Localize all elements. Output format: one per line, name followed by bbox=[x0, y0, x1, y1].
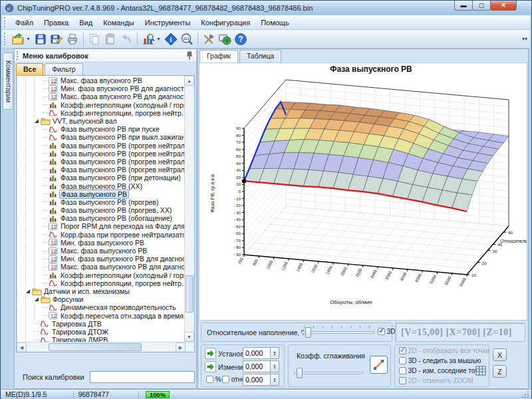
relative-value-spinner[interactable]: ▲▼ bbox=[243, 374, 279, 386]
tree-item[interactable]: Фаза выпускного РВ (при детонации) bbox=[17, 174, 184, 182]
tree-item[interactable]: Фаза выпускного РВ (прогрев) bbox=[17, 198, 184, 206]
menu-view[interactable]: Вид bbox=[74, 17, 98, 29]
menu-help[interactable]: Помощь bbox=[255, 17, 295, 29]
tab-graph[interactable]: График bbox=[200, 50, 238, 63]
tree-item[interactable]: 12Макс. фаза выпускного РВ bbox=[17, 247, 184, 255]
save-button[interactable] bbox=[33, 31, 49, 47]
tree-horizontal-scrollbar[interactable]: ◀ ▶ bbox=[17, 342, 195, 352]
open-button[interactable] bbox=[10, 31, 26, 47]
tree-item[interactable]: Тарировка ДТОЖ bbox=[17, 328, 184, 336]
tab-table[interactable]: Таблица bbox=[239, 50, 281, 63]
set-apply-button[interactable] bbox=[205, 348, 216, 359]
toolbar-overflow-icon[interactable]: ▾▾ bbox=[522, 36, 527, 42]
tree-item[interactable]: Фаза выпускного РВ bbox=[17, 190, 184, 198]
tree-item[interactable]: Фаза выпускного РВ (обогащение) bbox=[17, 214, 184, 222]
chart-find-button[interactable] bbox=[140, 31, 156, 47]
fill-slider[interactable] bbox=[301, 326, 374, 339]
menu-file[interactable]: Файл bbox=[10, 17, 39, 29]
tree-item[interactable]: Динамическая производительность bbox=[17, 303, 184, 311]
checkbox-2d-all-points[interactable]: 2D - отображать все точки bbox=[399, 347, 489, 354]
svg-text:20: 20 bbox=[482, 261, 487, 265]
tree-folder[interactable]: Датчики и исп. механизмы bbox=[17, 287, 184, 295]
pin-icon[interactable] bbox=[186, 51, 193, 60]
tree-item[interactable]: 12Макс. фаза выпускного РВ для диагности… bbox=[17, 263, 184, 271]
menu-edit[interactable]: Правка bbox=[39, 17, 74, 29]
paste-button[interactable] bbox=[102, 31, 118, 47]
tree-item[interactable]: 12Мин. фаза выпускного РВ для диагностик… bbox=[17, 255, 184, 263]
grid-icon[interactable] bbox=[475, 366, 486, 376]
save-edit-button[interactable] bbox=[49, 31, 65, 47]
scroll-down-icon[interactable]: ▼ bbox=[184, 332, 194, 342]
zoom-110-button[interactable]: 110 bbox=[179, 31, 195, 47]
tree-item[interactable]: Корр.фаза при прогреве нейтрализатора bbox=[17, 231, 184, 239]
change-value-spinner[interactable]: ▲▼ bbox=[243, 360, 279, 372]
undo-button[interactable] bbox=[118, 31, 134, 47]
tree-item[interactable]: Фаза выпускного РВ при пуске bbox=[17, 125, 184, 133]
tree-item[interactable]: Фаза выпускного РВ при выкл.зажигания bbox=[17, 133, 184, 141]
expander-icon[interactable] bbox=[34, 118, 41, 124]
tree-item[interactable]: 12Мин. фаза впускного РВ для диагностики bbox=[17, 84, 184, 92]
calibration-search-input[interactable] bbox=[90, 371, 195, 383]
comments-tab[interactable]: Комментарии bbox=[3, 53, 13, 110]
svg-text:2000: 2000 bbox=[340, 266, 348, 277]
help-button[interactable]: ? bbox=[233, 31, 249, 47]
tools-button[interactable] bbox=[201, 31, 217, 47]
menu-tools[interactable]: Инструменты bbox=[140, 17, 196, 29]
checkbox-3d[interactable]: 3D bbox=[378, 328, 396, 335]
resize-grip[interactable] bbox=[521, 390, 529, 398]
open-dropdown-icon[interactable]: ▼ bbox=[26, 37, 31, 41]
tree-item[interactable]: 12Мин. фаза выпускного РВ bbox=[17, 239, 184, 247]
tree-item[interactable]: Коэфф.интерполяции (холодный / горячий ) bbox=[17, 271, 184, 279]
maximize-button[interactable]: ▢ bbox=[472, 1, 491, 11]
copy-button[interactable] bbox=[86, 31, 102, 47]
tree-item[interactable]: Коэфф.интерполяции, прогрев нейтр. (холо… bbox=[17, 109, 184, 117]
svg-text:4500: 4500 bbox=[414, 273, 422, 283]
x-axis-button[interactable]: X bbox=[493, 348, 507, 361]
tree-folder[interactable]: Форсунки bbox=[17, 295, 184, 303]
checkbox-percent[interactable]: % bbox=[206, 376, 221, 383]
tree-item[interactable]: Тарировка ДТВ bbox=[17, 320, 184, 328]
title-bar[interactable]: ChipTuningPRO ver.7.4.8.969 - Antara32L_… bbox=[1, 1, 531, 15]
expander-icon[interactable] bbox=[25, 289, 32, 294]
tab-filter[interactable]: Фильтр bbox=[45, 63, 82, 75]
close-button[interactable]: ✕ bbox=[490, 1, 517, 11]
tree-item[interactable]: Фаза выпускного РВ (ХХ) bbox=[17, 182, 184, 190]
minimize-button[interactable]: ▬ bbox=[454, 1, 473, 11]
tree-item[interactable]: Фаза выпускного РВ (прогрев нейтрал., ХХ… bbox=[17, 166, 184, 174]
tree-item[interactable]: Фаза выпускного РВ (прогрев нейтрализато… bbox=[17, 142, 184, 150]
set-value-spinner[interactable]: ▲▼ bbox=[243, 347, 279, 359]
tree-item[interactable]: Коэфф.интерполяции, прогрев нейтр. (холо… bbox=[17, 279, 184, 287]
tree-item[interactable]: 12Коэфф.пересчета отн.заряда в время впр… bbox=[17, 311, 184, 319]
menu-commands[interactable]: Команды bbox=[98, 17, 140, 29]
tree-item[interactable]: Фаза выпускного РВ (прогрев нейтрал., хо… bbox=[17, 150, 184, 158]
online-button[interactable] bbox=[217, 31, 233, 47]
checkbox-3d-follow-mouse[interactable]: 3D - следить за мышью bbox=[399, 357, 481, 364]
smoothing-slider[interactable] bbox=[294, 366, 364, 380]
checkbox-2d-cancel-zoom[interactable]: 2D - отменить ZOOM bbox=[399, 377, 473, 384]
menu-configuration[interactable]: Конфигурация bbox=[196, 17, 255, 29]
tree-item[interactable]: 12Макс. фаза впускного РВ bbox=[17, 76, 184, 84]
chart-find-dropdown-icon[interactable]: ▼ bbox=[156, 37, 161, 41]
tree-folder[interactable]: VVT, выпускной вал bbox=[17, 117, 184, 125]
tree-vertical-scrollbar[interactable]: ▲ ▼ bbox=[184, 76, 194, 342]
tree-item[interactable]: Фаза выпускного РВ (прогрев, ХХ) bbox=[17, 206, 184, 214]
scroll-left-icon[interactable]: ◀ bbox=[17, 342, 27, 352]
change-apply-button[interactable] bbox=[205, 361, 216, 372]
numeric-table-icon: 12 bbox=[49, 93, 59, 100]
tree-item[interactable]: Коэфф.интерполяции (холодный / горячий ) bbox=[17, 101, 184, 109]
green-arrow-icon bbox=[207, 350, 214, 357]
z-axis-button[interactable]: Z bbox=[493, 365, 507, 378]
tree-item[interactable]: Фаза выпускного РВ (прогрев нейтрал., ХХ… bbox=[17, 158, 184, 166]
tab-all[interactable]: Все bbox=[16, 63, 43, 75]
svg-text:?: ? bbox=[238, 35, 243, 44]
tree-item[interactable]: 12Макс. фаза впускного РВ для диагностик… bbox=[17, 92, 184, 100]
scroll-up-icon[interactable]: ▲ bbox=[184, 76, 194, 86]
info-button[interactable]: i bbox=[163, 31, 179, 47]
scroll-right-icon[interactable]: ▶ bbox=[176, 342, 186, 352]
tree-item[interactable]: 12Порог RPM для перехода на Фазу для реж… bbox=[17, 222, 184, 230]
edit-line-button[interactable] bbox=[370, 356, 388, 374]
expander-icon[interactable] bbox=[34, 297, 41, 302]
surface-chart[interactable]: - 90- 80- 70- 60- 50- 40- 30- 20- 100102… bbox=[199, 63, 527, 321]
checkbox-3d-edit-neighbors[interactable]: 3D - изм. соседние точки bbox=[399, 367, 485, 374]
print-button[interactable] bbox=[65, 31, 80, 47]
